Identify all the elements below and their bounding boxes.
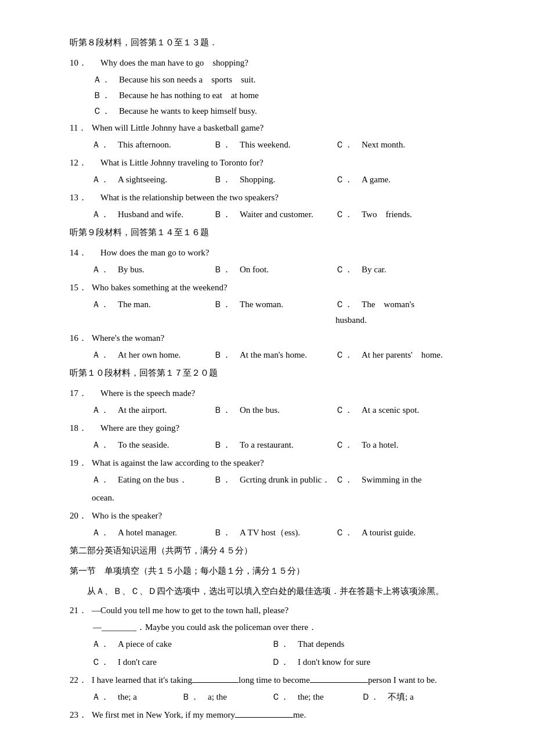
q21-num: 21． [70,603,92,618]
q20-optB: Ｂ． A TV host（ess). [214,525,335,541]
q16-text: Where's the woman? [92,330,488,346]
q13-num: 13． [70,190,92,206]
q15-optB: Ｂ． The woman. [214,297,335,312]
q14-text: How does the man go to work? [92,245,488,261]
question-12: 12． What is Little Johnny traveling to T… [70,155,488,171]
section2-header: 第二部分英语知识运用（共两节，满分４５分） [70,543,488,559]
question-11: 11． When will Little Johnny have a baske… [70,120,488,136]
q17-text: Where is the speech made? [92,386,488,401]
question-22: 22． I have learned that it's takinglong … [70,672,488,688]
q23-text: We first met in New York, if my memoryme… [92,707,488,723]
question-23: 23． We first met in New York, if my memo… [70,707,488,723]
question-21: 21． —Could you tell me how to get to the… [70,603,488,618]
q18-optA: Ａ． To the seaside. [92,437,214,453]
q11-text: When will Little Johnny have a basketbal… [92,120,488,136]
q21-text2: —________．Maybe you could ask the police… [93,620,488,635]
q14-optC: Ｃ． By car. [335,262,488,278]
q10-optB: Ｂ． Because he has nothing to eat at home [93,88,488,103]
q21-optB: Ｂ． That depends [272,636,488,652]
q11-optA: Ａ． This afternoon. [92,137,214,153]
exam-content: 听第８段材料，回答第１０至１３题． 10． Why does the man h… [70,35,488,723]
q18-text: Where are they going? [92,420,488,436]
question-15: 15． Who bakes something at the weekend? [70,280,488,296]
q18-num: 18． [70,420,92,436]
q22-optD: Ｄ． 不填; a [362,689,488,705]
q16-options: Ａ． At her own home. Ｂ． At the man's home… [92,347,488,363]
q23-blank [235,717,293,718]
q13-optA: Ａ． Husband and wife. [92,207,214,222]
q21-optC: Ｃ． I don't care [92,654,272,670]
q13-options: Ａ． Husband and wife. Ｂ． Waiter and custo… [92,207,488,222]
q16-optA: Ａ． At her own home. [92,347,214,363]
question-10: 10． Why does the man have to go shopping… [70,55,488,71]
q11-optC: Ｃ． Next month. [335,137,488,153]
q16-optC: Ｃ． At her parents' home. [335,347,488,363]
question-13: 13． What is the relationship between the… [70,190,488,206]
q22-optA: Ａ． the; a [92,689,182,705]
q22-blank1 [192,682,239,683]
q12-text: What is Little Johnny traveling to Toron… [92,155,488,171]
q13-optC: Ｃ． Two friends. [335,207,488,222]
q21-options-row2: Ｃ． I don't care Ｄ． I don't know for sure [92,654,488,670]
q19-text: What is against the law according to the… [92,455,488,471]
section10-header: 听第１０段材料，回答第１７至２０题 [70,365,488,381]
q16-num: 16． [70,330,92,346]
question-14: 14． How does the man go to work? [70,245,488,261]
q19-optA: Ａ． Eating on the bus． [92,472,214,488]
q21-optA: Ａ． A piece of cake [92,636,272,652]
q19-wrap: ocean. [92,490,488,506]
q22-num: 22． [70,672,92,688]
q11-options: Ａ． This afternoon. Ｂ． This weekend. Ｃ． N… [92,137,488,153]
q19-options: Ａ． Eating on the bus． Ｂ． Gcrting drunk i… [92,472,488,488]
q15-optA: Ａ． The man. [92,297,214,312]
question-20: 20． Who is the speaker? [70,508,488,524]
q12-optC: Ｃ． A game. [335,172,488,188]
q17-optA: Ａ． At the airport. [92,402,214,418]
question-17: 17． Where is the speech made? [70,386,488,401]
section2-sub-header: 第一节 单项填空（共１５小题；每小题１分，满分１５分） [70,563,488,579]
q19-optC: Ｃ． Swimming in the [335,472,488,488]
q14-optB: Ｂ． On foot. [214,262,335,278]
q18-optC: Ｃ． To a hotel. [335,437,488,453]
q15-num: 15． [70,280,92,296]
q11-optB: Ｂ． This weekend. [214,137,335,153]
q15-text: Who bakes something at the weekend? [92,280,488,296]
q10-options: Ａ． Because his son needs a sports suit. … [93,72,488,119]
q18-options: Ａ． To the seaside. Ｂ． To a restaurant. Ｃ… [92,437,488,453]
q17-num: 17． [70,386,92,401]
q19-optB: Ｂ． Gcrting drunk in public． [214,472,335,488]
question-18: 18． Where are they going? [70,420,488,436]
q17-options: Ａ． At the airport. Ｂ． On the bus. Ｃ． At … [92,402,488,418]
question-19: 19． What is against the law according to… [70,455,488,471]
q13-optB: Ｂ． Waiter and customer. [214,207,335,222]
question-16: 16． Where's the woman? [70,330,488,346]
q16-optB: Ｂ． At the man's home. [214,347,335,363]
q19-num: 19． [70,455,92,471]
section9-header: 听第９段材料，回答第１４至１６题 [70,225,488,240]
q12-optB: Ｂ． Shopping. [214,172,335,188]
section8-header: 听第８段材料，回答第１０至１３题． [70,35,488,51]
q14-num: 14． [70,245,92,261]
q12-optA: Ａ． A sightseeing. [92,172,214,188]
q10-optA: Ａ． Because his son needs a sports suit. [93,72,488,88]
q21-text: —Could you tell me how to get to the tow… [92,603,488,618]
q13-text: What is the relationship between the two… [92,190,488,206]
section2-desc: 从Ａ、Ｂ、Ｃ、Ｄ四个选项中，选出可以填入空白处的最佳选项．并在答题卡上将该项涂黑… [70,584,488,599]
q22-blank2 [310,682,368,683]
q10-num: 10． [70,55,92,71]
q20-text: Who is the speaker? [92,508,488,524]
q20-optC: Ｃ． A tourist guide. [335,525,488,541]
q17-optB: Ｂ． On the bus. [214,402,335,418]
q12-options: Ａ． A sightseeing. Ｂ． Shopping. Ｃ． A game… [92,172,488,188]
q15-optC: Ｃ． The woman'shusband. [335,297,488,328]
q10-text: Why does the man have to go shopping? [92,55,488,71]
q12-num: 12． [70,155,92,171]
q22-optB: Ｂ． a; the [182,689,272,705]
q14-options: Ａ． By bus. Ｂ． On foot. Ｃ． By car. [92,262,488,278]
q20-optA: Ａ． A hotel manager. [92,525,214,541]
q14-optA: Ａ． By bus. [92,262,214,278]
q22-text: I have learned that it's takinglong time… [92,672,488,688]
q17-optC: Ｃ． At a scenic spot. [335,402,488,418]
q18-optB: Ｂ． To a restaurant. [214,437,335,453]
q11-num: 11． [70,120,92,136]
